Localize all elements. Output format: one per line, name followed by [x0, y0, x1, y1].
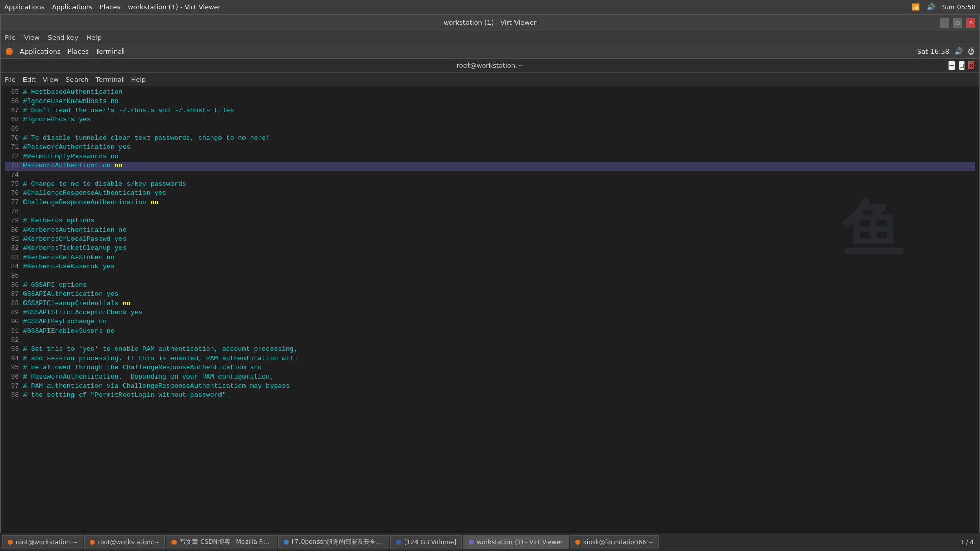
taskbar-item-label: root@workstation:~ — [98, 539, 160, 546]
term-menu-terminal[interactable]: Terminal — [95, 76, 124, 83]
line-number: 96 — [5, 373, 19, 381]
taskbar-item[interactable]: [7.Openssh服务的部署及安全优化.pdf] — [278, 535, 389, 549]
terminal-window-title: root@workstation:~ — [457, 62, 524, 69]
line-number: 89 — [5, 309, 19, 316]
taskbar-item[interactable]: 写文章-CSDN博客 - Mozilla Firefox — [166, 535, 277, 549]
taskbar-item[interactable]: workstation (1) - Virt Viewer — [463, 535, 569, 549]
taskbar-item[interactable]: [124 GB Volume] — [390, 535, 462, 549]
virt-menu-view[interactable]: View — [24, 34, 40, 41]
taskbar-item[interactable]: kiosk@foundation66:~ — [570, 535, 659, 549]
taskbar-dot — [172, 540, 177, 545]
inner-applications-menu[interactable]: Applications — [20, 47, 60, 55]
inner-terminal-menu[interactable]: Terminal — [96, 47, 124, 55]
line-content: # the setting of "PermitRootLogin withou… — [23, 391, 230, 399]
terminal-menu-bar: File Edit View Search Terminal Help — [1, 73, 979, 86]
virt-title-bar: workstation (1) - Virt Viewer ─ □ ✕ — [1, 15, 979, 31]
line-number: 93 — [5, 345, 19, 353]
terminal-window: root@workstation:~ ─ □ ✕ File Edit View … — [1, 59, 979, 550]
system-places-menu[interactable]: Places — [100, 3, 120, 11]
virt-menu-help[interactable]: Help — [86, 34, 102, 41]
line-content: # PAM authentication via ChallengeRespon… — [23, 382, 290, 390]
line-content: # be allowed through the ChallengeRespon… — [23, 364, 262, 371]
line-number: 84 — [5, 263, 19, 270]
taskbar: root@workstation:~root@workstation:~写文章-… — [0, 533, 980, 551]
taskbar-item[interactable]: root@workstation:~ — [2, 535, 83, 549]
line-number: 80 — [5, 226, 19, 234]
line-number: 74 — [5, 171, 19, 179]
term-line: 91#GSSAPIEnablek5users no — [5, 327, 975, 336]
line-content: #PasswordAuthentication yes — [23, 143, 131, 151]
term-menu-help[interactable]: Help — [131, 76, 146, 83]
inner-power-icon: ⏻ — [968, 47, 974, 55]
taskbar-items: root@workstation:~root@workstation:~写文章-… — [2, 535, 959, 549]
term-line: 94# and session processing. If this is e… — [5, 355, 975, 364]
line-number: 92 — [5, 336, 19, 344]
taskbar-item-label: workstation (1) - Virt Viewer — [477, 539, 563, 546]
term-line: 87GSSAPIAuthentication yes — [5, 290, 975, 299]
terminal-content[interactable]: 鱼 65# HostbasedAuthentication66#IgnoreUs… — [1, 86, 979, 539]
virt-maximize-button[interactable]: □ — [953, 18, 962, 28]
term-line: 77ChallengeResponseAuthentication no — [5, 198, 975, 208]
line-number: 85 — [5, 272, 19, 280]
line-number: 67 — [5, 107, 19, 114]
terminal-minimize-button[interactable]: ─ — [948, 61, 955, 70]
line-content: # Don't read the user's ~/.rhosts and ~/… — [23, 107, 234, 114]
terminal-maximize-button[interactable]: □ — [959, 61, 965, 70]
page-indicator: 1 / 4 — [960, 539, 974, 546]
line-content: # To disable tunneled clear text passwor… — [23, 134, 270, 142]
virt-viewer-window: workstation (1) - Virt Viewer ─ □ ✕ File… — [0, 14, 980, 551]
term-line: 97# PAM authentication via ChallengeResp… — [5, 382, 975, 391]
line-content: #ChallengeResponseAuthentication yes — [23, 189, 166, 197]
line-content: # HostbasedAuthentication — [23, 88, 122, 96]
term-line: 65# HostbasedAuthentication — [5, 88, 975, 97]
taskbar-dot — [90, 540, 95, 545]
line-number: 76 — [5, 189, 19, 197]
term-menu-view[interactable]: View — [43, 76, 59, 83]
term-line: 93# Set this to 'yes' to enable PAM auth… — [5, 345, 975, 355]
taskbar-item-label: [7.Openssh服务的部署及安全优化.pdf] — [292, 538, 384, 546]
virt-menu-sendkey[interactable]: Send key — [48, 34, 79, 41]
line-number: 81 — [5, 235, 19, 243]
line-content: #KerberosUseKuserok yes — [23, 263, 114, 270]
system-applications-menu[interactable]: Applications — [4, 3, 44, 11]
term-menu-file[interactable]: File — [5, 76, 16, 83]
virt-minimize-button[interactable]: ─ — [940, 18, 949, 28]
term-line: 75# Change to no to disable s/key passwo… — [5, 180, 975, 189]
line-content: #IgnoreRhosts yes — [23, 116, 91, 123]
virt-menu-file[interactable]: File — [5, 34, 16, 41]
terminal-close-button[interactable]: ✕ — [968, 61, 975, 70]
line-number: 65 — [5, 88, 19, 96]
term-menu-search[interactable]: Search — [66, 76, 89, 83]
term-menu-edit[interactable]: Edit — [23, 76, 36, 83]
terminal-title-bar: root@workstation:~ ─ □ ✕ — [1, 59, 979, 73]
term-line: 83#KerberosGetAFSToken no — [5, 254, 975, 263]
line-content: # GSSAPI options — [23, 281, 87, 289]
line-content: # PasswordAuthentication. Depending on y… — [23, 373, 274, 381]
line-content: #PermitEmptyPasswords no — [23, 153, 118, 160]
line-number: 90 — [5, 318, 19, 325]
term-line: 74 — [5, 171, 975, 180]
inner-places-menu[interactable]: Places — [67, 47, 88, 55]
virt-close-button[interactable]: ✕ — [966, 18, 975, 28]
line-number: 98 — [5, 391, 19, 399]
system-bar: Applications Applications Places worksta… — [0, 0, 980, 14]
taskbar-dot — [8, 540, 13, 545]
term-line: 88GSSAPICleanupCredentials no — [5, 299, 975, 309]
line-content: #KerberosTicketCleanup yes — [23, 244, 127, 252]
system-window-title: workstation (1) - Virt Viewer — [128, 3, 221, 11]
code-lines: 65# HostbasedAuthentication66#IgnoreUser… — [5, 88, 975, 400]
system-applications-label[interactable]: Applications — [52, 3, 92, 11]
term-line: 82#KerberosTicketCleanup yes — [5, 244, 975, 254]
line-number: 95 — [5, 364, 19, 371]
term-line: 86# GSSAPI options — [5, 281, 975, 290]
term-line: 69 — [5, 125, 975, 134]
taskbar-dot — [469, 540, 474, 545]
line-number: 72 — [5, 153, 19, 160]
term-line: 80#KerberosAuthentication no — [5, 226, 975, 235]
line-number: 97 — [5, 382, 19, 390]
taskbar-dot — [396, 540, 401, 545]
taskbar-item-label: kiosk@foundation66:~ — [583, 539, 653, 546]
taskbar-item[interactable]: root@workstation:~ — [84, 535, 165, 549]
taskbar-item-label: 写文章-CSDN博客 - Mozilla Firefox — [180, 538, 272, 546]
term-line: 92 — [5, 336, 975, 345]
